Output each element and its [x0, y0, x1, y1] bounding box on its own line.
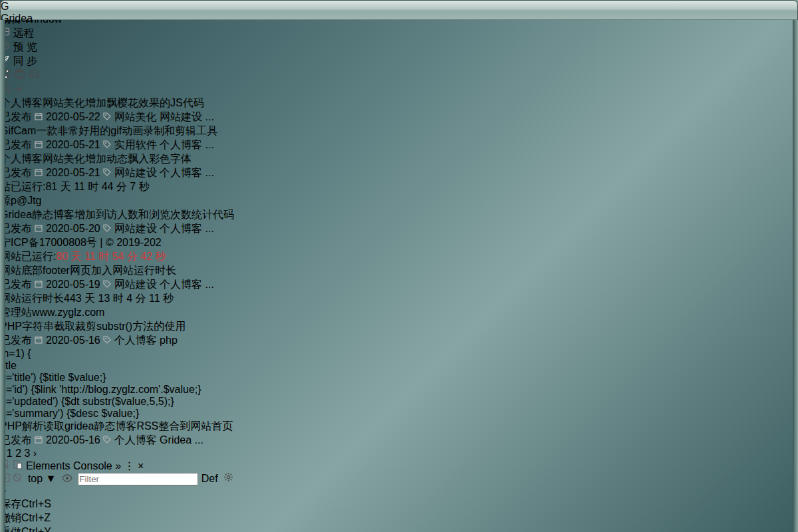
post-title: 个人博客网站美化增加飘樱花效果的JS代码 [0, 96, 798, 110]
calendar-icon [35, 112, 43, 120]
javascript-context-select[interactable]: top ▼ [28, 473, 59, 484]
window-frame-bottom [0, 525, 798, 532]
post-tags: 网站建设 个人博客 ... [114, 279, 214, 290]
calendar-icon [35, 336, 43, 344]
page-1-button[interactable]: 1 [7, 448, 13, 459]
calendar-icon [35, 224, 43, 232]
sidebar: 远程 预 览 同 步 [0, 27, 798, 82]
page-3-button[interactable]: 3 [25, 448, 31, 459]
preview-button[interactable]: 预 览 [0, 41, 798, 55]
post-list-panel: + 个人博客网站美化增加飘樱花效果的JS代码 已发布 2020-05-22 [0, 82, 798, 460]
post-date: 2020-05-16 [46, 434, 100, 446]
post-title: 网站底部footer网页加入网站运行时长 [0, 264, 798, 278]
tag-icon [103, 436, 111, 444]
tag-icon [103, 280, 111, 288]
post-tags: 网站美化 网站建设 ... [114, 111, 214, 122]
post-title: PHP字符串截取裁剪substr()方法的使用 [0, 320, 798, 334]
calendar-icon [35, 168, 43, 176]
post-date: 2020-05-19 [46, 279, 100, 290]
tab-console[interactable]: Console [73, 460, 112, 471]
post-tags: 个人博客 php [114, 334, 178, 346]
console-output[interactable]: > [0, 485, 798, 497]
devtools-close-icon[interactable]: × [138, 460, 144, 471]
add-post-button[interactable]: + [14, 80, 23, 97]
post-list: 个人博客网站美化增加飘樱花效果的JS代码 已发布 2020-05-22 网站美化… [0, 96, 798, 460]
app-window: 编辑 Window 远程 预 览 [0, 13, 798, 497]
post-tags: 实用软件 个人博客 ... [114, 139, 214, 150]
pagination: ‹ 1 2 3 › [0, 448, 798, 460]
post-title: GifCam一款非常好用的gif动画录制和剪辑工具 [0, 124, 798, 138]
context-value: top [28, 473, 43, 484]
tab-elements[interactable]: Elements [26, 460, 70, 471]
sidebar-footer [0, 68, 798, 82]
desktop: G Gridea ✕ 编辑 Window 远程 [0, 0, 798, 532]
devtools-menu-icon[interactable]: ⋮ [124, 460, 135, 471]
window-titlebar: G Gridea [0, 0, 798, 20]
post-tags: 个人博客 Gridea ... [114, 434, 203, 446]
post-thumbnail: 宁ICP备17000808号 | © 2019-202 网站已运行:80 天 1… [0, 236, 798, 264]
calendar-icon [35, 436, 43, 444]
devtools-tabbar: Elements Console » ⋮ × [0, 460, 798, 472]
post-date: 2020-05-22 [46, 111, 100, 122]
post-date: 2020-05-21 [46, 167, 100, 178]
post-date: 2020-05-20 [46, 223, 100, 234]
window-frame-left [0, 20, 5, 532]
sync-label: 同 步 [13, 55, 37, 66]
window-frame-right [793, 20, 798, 532]
console-toolbar: top ▼ Def [0, 472, 798, 485]
post-thumbnail: m=1) { title g='title') {$title $value;}… [0, 348, 798, 420]
live-expression-eye-icon[interactable] [62, 473, 75, 484]
page-2-button[interactable]: 2 [15, 448, 21, 459]
tag-icon [103, 140, 111, 148]
post-meta: 已发布 2020-05-16 个人博客 Gridea ... [0, 434, 798, 448]
website-globe-icon[interactable] [14, 68, 25, 80]
post-date: 2020-05-16 [46, 334, 100, 346]
tag-icon [103, 168, 111, 176]
post-tags: 网站建设 个人博客 ... [114, 167, 214, 178]
console-settings-gear-icon[interactable] [223, 473, 233, 484]
post-tags: 网站建设 个人博客 ... [114, 223, 214, 234]
next-page-button[interactable]: › [33, 448, 37, 459]
post-card[interactable]: 个人博客网站美化增加动态飘入彩色字体 已发布 2020-05-21 网站建设 个… [0, 152, 798, 208]
calendar-icon [35, 140, 43, 148]
post-card[interactable]: Gridea静态博客增加到访人数和浏览次数统计代码 已发布 2020-05-20… [0, 208, 798, 264]
more-tabs-icon[interactable]: » [115, 460, 121, 471]
post-card[interactable]: 网站底部footer网页加入网站运行时长 已发布 2020-05-19 网站建设… [0, 264, 798, 320]
log-levels-select[interactable]: Def [201, 473, 218, 484]
chevron-down-icon: ▼ [46, 473, 57, 484]
tag-icon [103, 336, 111, 344]
post-title: PHP解析读取gridea静态博客RSS整合到网站首页 [0, 420, 798, 434]
sidebar-item-label: 远程 [13, 27, 34, 39]
post-meta: 已发布 2020-05-19 网站建设 个人博客 ... [0, 278, 798, 292]
post-meta: 已发布 2020-05-21 实用软件 个人博客 ... [0, 138, 798, 152]
tag-icon [103, 112, 111, 120]
clear-console-icon[interactable] [13, 473, 25, 484]
post-meta: 已发布 2020-05-22 网站美化 网站建设 ... [0, 110, 798, 124]
post-thumbnail: 站已运行:81 天 11 时 44 分 7 秒 源p@Jtg [0, 180, 798, 208]
preview-label: 预 览 [13, 41, 37, 53]
devtools-panel: Elements Console » ⋮ × [0, 460, 798, 497]
menu-item-undo[interactable]: 撤销Ctrl+Z [0, 511, 798, 525]
console-filter-input[interactable] [78, 473, 198, 485]
sidebar-item-remote[interactable]: 远程 [0, 27, 798, 41]
app-icon: G [1, 1, 797, 13]
post-card[interactable]: PHP解析读取gridea静态博客RSS整合到网站首页 已发布 2020-05-… [0, 420, 798, 448]
content-header: + [0, 82, 798, 96]
post-meta: 已发布 2020-05-16 个人博客 php [0, 334, 798, 348]
post-thumbnail: 网站运行时长443 天 13 时 4 分 11 秒 管理站www.zyglz.c… [0, 292, 798, 320]
post-card[interactable]: GifCam一款非常好用的gif动画录制和剪辑工具 已发布 2020-05-21… [0, 124, 798, 152]
sync-button[interactable]: 同 步 [0, 55, 798, 68]
calendar-icon [35, 280, 43, 288]
post-title: Gridea静态博客增加到访人数和浏览次数统计代码 [0, 208, 798, 222]
github-icon[interactable] [29, 68, 40, 80]
post-title: 个人博客网站美化增加动态飘入彩色字体 [0, 152, 798, 166]
post-date: 2020-05-21 [46, 139, 100, 150]
window-title: Gridea [1, 13, 797, 25]
tag-icon [103, 224, 111, 232]
post-meta: 已发布 2020-05-21 网站建设 个人博客 ... [0, 166, 798, 180]
post-meta: 已发布 2020-05-20 网站建设 个人博客 ... [0, 222, 798, 236]
post-card[interactable]: PHP字符串截取裁剪substr()方法的使用 已发布 2020-05-16 个… [0, 320, 798, 420]
menu-item-save[interactable]: 保存Ctrl+S [0, 497, 798, 511]
post-card[interactable]: 个人博客网站美化增加飘樱花效果的JS代码 已发布 2020-05-22 网站美化… [0, 96, 798, 124]
device-toolbar-icon[interactable] [13, 460, 25, 471]
